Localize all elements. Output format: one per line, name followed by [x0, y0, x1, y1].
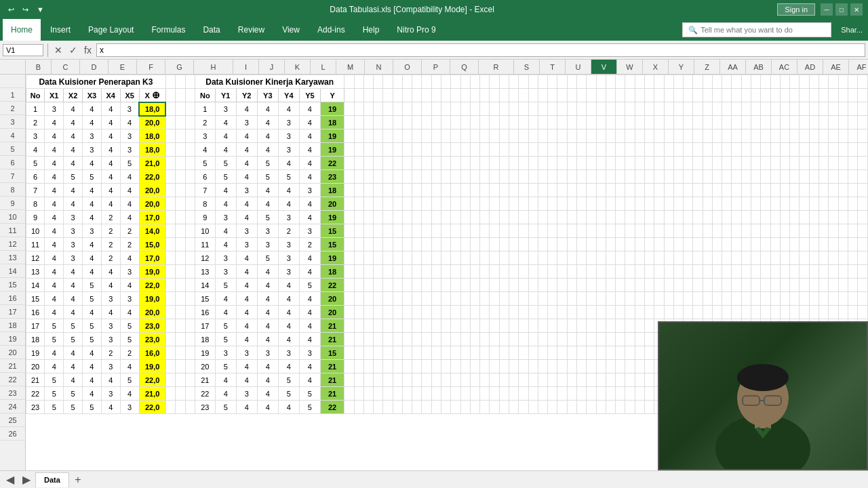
t2-cell-r7-c5[interactable]: 4	[299, 197, 320, 211]
t2-cell-r2-c6[interactable]: 19	[320, 129, 344, 143]
t2-cell-r16-c0[interactable]: 17	[195, 319, 216, 333]
undo-btn[interactable]: ↩	[5, 4, 17, 16]
t1-cell-r18-c0[interactable]: 19	[26, 346, 45, 360]
col-header-D[interactable]: D	[80, 60, 108, 75]
t2-cell-r3-c5[interactable]: 4	[299, 143, 320, 157]
t1-cell-r21-c6[interactable]: 21,0	[139, 387, 165, 401]
t2-cell-r18-c1[interactable]: 3	[215, 346, 236, 360]
t2-cell-r19-c0[interactable]: 20	[195, 360, 216, 373]
t1-cell-r1-c2[interactable]: 4	[64, 116, 83, 129]
t1-cell-r4-c0[interactable]: 5	[26, 157, 45, 170]
t2-cell-r14-c2[interactable]: 4	[236, 292, 257, 306]
t1-cell-r9-c6[interactable]: 14,0	[139, 224, 165, 238]
col-header-B[interactable]: B	[26, 60, 52, 75]
t1-cell-r0-c4[interactable]: 4	[101, 102, 120, 116]
t1-cell-r19-c3[interactable]: 4	[82, 360, 101, 373]
t2-cell-r18-c3[interactable]: 3	[257, 346, 278, 360]
search-box[interactable]: 🔍	[682, 22, 831, 37]
row-num-9[interactable]: 9	[0, 197, 25, 210]
t2-cell-r9-c4[interactable]: 2	[278, 224, 299, 238]
col-header-H[interactable]: H	[194, 60, 233, 75]
col-header-AB[interactable]: AB	[746, 60, 772, 75]
t2-cell-r9-c1[interactable]: 4	[215, 224, 236, 238]
t2-cell-r4-c0[interactable]: 5	[195, 157, 216, 170]
col-header-R[interactable]: R	[479, 60, 514, 75]
t2-cell-r2-c1[interactable]: 4	[215, 129, 236, 143]
t1-cell-r6-c3[interactable]: 4	[82, 184, 101, 197]
t2-cell-r16-c2[interactable]: 4	[236, 319, 257, 333]
row-num-25[interactable]: 25	[0, 413, 25, 427]
t2-cell-r1-c1[interactable]: 4	[215, 116, 236, 129]
t1-cell-r13-c0[interactable]: 14	[26, 279, 45, 292]
t2-cell-r10-c4[interactable]: 3	[278, 238, 299, 251]
col-header-E[interactable]: E	[108, 60, 137, 75]
t1-cell-r3-c2[interactable]: 4	[64, 143, 83, 157]
t1-cell-r21-c2[interactable]: 5	[64, 387, 83, 401]
t2-cell-r1-c2[interactable]: 3	[236, 116, 257, 129]
t2-cell-r1-c5[interactable]: 4	[299, 116, 320, 129]
t2-cell-r11-c0[interactable]: 12	[195, 251, 216, 265]
t1-cell-r16-c6[interactable]: 23,0	[139, 319, 165, 333]
t1-cell-r13-c2[interactable]: 4	[64, 279, 83, 292]
t2-cell-r15-c4[interactable]: 4	[278, 306, 299, 319]
row-num-10[interactable]: 10	[0, 210, 25, 224]
t1-cell-r21-c5[interactable]: 4	[120, 387, 139, 401]
t1-cell-r2-c0[interactable]: 3	[26, 129, 45, 143]
t1-cell-r14-c5[interactable]: 3	[120, 292, 139, 306]
t1-cell-r2-c4[interactable]: 4	[101, 129, 120, 143]
t1-cell-r7-c2[interactable]: 4	[64, 197, 83, 211]
t1-cell-r17-c2[interactable]: 5	[64, 333, 83, 346]
t2-cell-r21-c3[interactable]: 4	[257, 387, 278, 401]
row-num-3[interactable]: 3	[0, 115, 25, 129]
t1-cell-r8-c5[interactable]: 4	[120, 211, 139, 224]
tab-formulas[interactable]: Formulas	[143, 19, 193, 41]
t2-cell-r2-c2[interactable]: 4	[236, 129, 257, 143]
col-header-AF[interactable]: AF	[849, 60, 868, 75]
t2-cell-r7-c0[interactable]: 8	[195, 197, 216, 211]
t1-cell-r0-c0[interactable]: 1	[26, 102, 45, 116]
t2-cell-r4-c1[interactable]: 5	[215, 157, 236, 170]
t2-cell-r12-c2[interactable]: 4	[236, 265, 257, 279]
t1-cell-r0-c5[interactable]: 3	[120, 102, 139, 116]
col-header-Y[interactable]: Y	[669, 60, 694, 75]
t1-cell-r17-c0[interactable]: 18	[26, 333, 45, 346]
t1-cell-r10-c6[interactable]: 15,0	[139, 238, 165, 251]
t1-cell-r14-c3[interactable]: 5	[82, 292, 101, 306]
t2-cell-r0-c5[interactable]: 4	[299, 102, 320, 116]
col-header-U[interactable]: U	[566, 60, 591, 75]
t1-cell-r5-c2[interactable]: 5	[64, 170, 83, 184]
t1-cell-r12-c1[interactable]: 4	[45, 265, 64, 279]
t1-cell-r12-c2[interactable]: 4	[64, 265, 83, 279]
col-header-Z[interactable]: Z	[694, 60, 720, 75]
t1-cell-r6-c1[interactable]: 4	[45, 184, 64, 197]
t2-cell-r6-c6[interactable]: 18	[320, 184, 344, 197]
t1-cell-r8-c3[interactable]: 4	[82, 211, 101, 224]
t2-cell-r8-c3[interactable]: 5	[257, 211, 278, 224]
row-num-1[interactable]: 1	[0, 88, 25, 102]
t2-cell-r1-c0[interactable]: 2	[195, 116, 216, 129]
t2-cell-r15-c2[interactable]: 4	[236, 306, 257, 319]
t1-cell-r18-c3[interactable]: 4	[82, 346, 101, 360]
t1-cell-r0-c3[interactable]: 4	[82, 102, 101, 116]
t2-cell-r21-c1[interactable]: 4	[215, 387, 236, 401]
t2-cell-r6-c2[interactable]: 3	[236, 184, 257, 197]
t2-cell-r2-c4[interactable]: 3	[278, 129, 299, 143]
row-num-20[interactable]: 20	[0, 346, 25, 359]
t2-cell-r9-c5[interactable]: 3	[299, 224, 320, 238]
t1-cell-r20-c6[interactable]: 22,0	[139, 373, 165, 387]
t1-cell-r17-c5[interactable]: 5	[120, 333, 139, 346]
t1-cell-r17-c6[interactable]: 23,0	[139, 333, 165, 346]
t2-cell-r12-c3[interactable]: 4	[257, 265, 278, 279]
t2-cell-r22-c4[interactable]: 4	[278, 401, 299, 414]
t1-cell-r15-c5[interactable]: 4	[120, 306, 139, 319]
col-header-S[interactable]: S	[514, 60, 540, 75]
t1-cell-r12-c3[interactable]: 4	[82, 265, 101, 279]
t1-cell-r12-c5[interactable]: 3	[120, 265, 139, 279]
row-num-12[interactable]: 12	[0, 237, 25, 251]
t2-cell-r13-c2[interactable]: 4	[236, 279, 257, 292]
row-num-19[interactable]: 19	[0, 332, 25, 346]
t1-cell-r22-c5[interactable]: 3	[120, 401, 139, 414]
t2-cell-r17-c2[interactable]: 4	[236, 333, 257, 346]
col-header-L[interactable]: L	[311, 60, 336, 75]
t1-cell-r8-c1[interactable]: 4	[45, 211, 64, 224]
